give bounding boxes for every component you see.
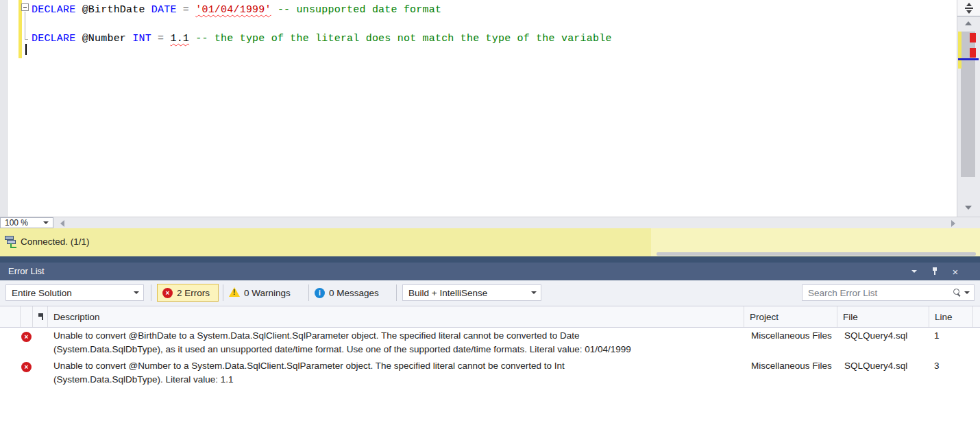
database-connected-icon	[5, 236, 17, 247]
code-line[interactable]	[32, 46, 612, 60]
spacer-column-header	[21, 306, 33, 327]
messages-filter-button[interactable]: i 0 Messages	[315, 284, 379, 302]
code-token: DATE	[151, 4, 183, 16]
code-token: =	[183, 4, 195, 16]
scrollbar-error-annotation	[970, 48, 976, 58]
scope-filter-value: Entire Solution	[6, 288, 134, 298]
severity-column-header[interactable]	[0, 306, 21, 327]
description-line: Unable to convert @Number to a System.Da…	[53, 359, 744, 373]
editor-zoom-select[interactable]: 100 %	[0, 217, 53, 228]
code-lines[interactable]: DECLARE @BirthDate DATE = '01/04/1999' -…	[32, 3, 612, 60]
close-icon[interactable]: ×	[950, 263, 961, 280]
description-cell[interactable]: Unable to convert @Number to a System.Da…	[48, 358, 744, 387]
warning-triangle-icon	[229, 287, 240, 297]
error-rows: ×Unable to convert @BirthDate to a Syste…	[0, 328, 980, 388]
project-cell: Miscellaneous Files	[744, 358, 837, 373]
search-error-list-box[interactable]	[802, 284, 975, 301]
toolbar-separator	[396, 284, 397, 301]
sql-editor[interactable]: DECLARE @BirthDate DATE = '01/04/1999' -…	[0, 0, 980, 217]
error-row[interactable]: ×Unable to convert @BirthDate to a Syste…	[0, 328, 980, 358]
code-token: @BirthDate	[82, 4, 151, 16]
code-token: -- unsupported date format	[278, 4, 441, 16]
file-column-header[interactable]: File	[837, 306, 929, 327]
warnings-filter-button[interactable]: 0 Warnings	[229, 284, 291, 302]
fold-guide-line	[25, 12, 25, 40]
messages-count-label: 0 Messages	[329, 288, 379, 298]
code-token: =	[158, 33, 170, 45]
description-cell[interactable]: Unable to convert @BirthDate to a System…	[48, 328, 744, 356]
scrollbar-error-annotation	[970, 33, 976, 42]
scroll-down-icon[interactable]	[965, 206, 972, 210]
description-line: (System.Data.SqlDbType). Literal value: …	[53, 373, 744, 387]
window-position-icon[interactable]	[909, 263, 920, 280]
search-input[interactable]	[803, 288, 952, 298]
scroll-right-icon[interactable]	[951, 220, 955, 227]
pin-icon[interactable]	[929, 263, 940, 280]
code-token: INT	[132, 33, 158, 45]
panel-title: Error List	[8, 266, 45, 276]
error-list-toolbar: Entire Solution × 2 Errors 0 Warnings i …	[0, 280, 980, 306]
splitter-handle-icon[interactable]	[957, 0, 980, 16]
severity-cell: ×	[0, 328, 48, 343]
line-cell: 1	[929, 328, 973, 343]
connection-status-text: Connected. (1/1)	[21, 236, 90, 247]
fold-guide-tick	[25, 39, 28, 40]
code-token: '01/04/1999'	[195, 4, 271, 16]
code-token: DECLARE	[32, 4, 82, 16]
chevron-down-icon	[134, 291, 139, 294]
horizontal-scrollbar[interactable]: 100 %	[0, 217, 980, 228]
error-list-column-headers: Description Project File Line	[0, 306, 980, 328]
code-line[interactable]	[32, 17, 612, 32]
error-list-title-bar[interactable]: Error List ×	[0, 263, 980, 280]
warnings-count-label: 0 Warnings	[244, 288, 291, 298]
code-token	[189, 33, 195, 45]
error-row[interactable]: ×Unable to convert @Number to a System.D…	[0, 358, 980, 388]
scrollbar-change-annotation	[958, 32, 961, 69]
description-column-header[interactable]: Description	[48, 306, 744, 327]
errors-count-label: 2 Errors	[177, 288, 210, 298]
breakpoint-gutter[interactable]	[0, 0, 8, 217]
chevron-down-icon	[43, 221, 49, 224]
code-token: -- the type of the literal does not matc…	[195, 33, 611, 45]
description-line: (System.Data.SqlDbType), as it used an u…	[53, 343, 744, 356]
scroll-left-icon[interactable]	[60, 220, 64, 227]
collapse-region-icon[interactable]	[21, 3, 29, 11]
code-line[interactable]: DECLARE @Number INT = 1.1 -- the type of…	[32, 32, 612, 46]
code-line[interactable]: DECLARE @BirthDate DATE = '01/04/1999' -…	[32, 3, 612, 17]
category-column-header[interactable]	[33, 306, 48, 327]
project-cell: Miscellaneous Files	[744, 328, 837, 343]
toolbar-separator	[151, 284, 151, 301]
file-cell: SQLQuery4.sql	[837, 328, 929, 343]
status-bar-strip	[657, 252, 976, 256]
code-token: @Number	[82, 33, 133, 45]
filler-column-header	[973, 306, 980, 327]
info-circle-icon: i	[315, 288, 325, 298]
source-filter-value: Build + IntelliSense	[403, 288, 531, 298]
chevron-down-icon	[531, 291, 537, 294]
toolbar-separator	[223, 284, 223, 301]
project-column-header[interactable]: Project	[744, 306, 837, 327]
line-cell: 3	[929, 358, 973, 373]
connection-status-bar: Connected. (1/1)	[0, 228, 980, 256]
scope-filter-select[interactable]: Entire Solution	[5, 284, 144, 301]
source-filter-select[interactable]: Build + IntelliSense	[402, 284, 541, 301]
panel-divider	[0, 256, 980, 263]
error-circle-icon: ×	[21, 362, 32, 372]
search-icon[interactable]	[952, 287, 963, 298]
file-cell: SQLQuery4.sql	[837, 358, 929, 373]
severity-cell: ×	[0, 358, 48, 374]
code-token	[271, 4, 278, 16]
zoom-level-value: 100 %	[1, 218, 43, 228]
error-circle-icon: ×	[21, 332, 32, 342]
chevron-down-icon[interactable]	[964, 291, 970, 294]
code-token: DECLARE	[32, 33, 82, 45]
text-caret	[25, 44, 27, 55]
code-token: 1.1	[170, 33, 189, 45]
error-circle-icon: ×	[162, 288, 173, 298]
vertical-scrollbar[interactable]	[957, 0, 980, 217]
line-column-header[interactable]: Line	[929, 306, 973, 327]
errors-filter-button[interactable]: × 2 Errors	[157, 284, 219, 302]
category-column-icon	[38, 313, 43, 320]
scrollbar-caret-annotation	[958, 58, 979, 60]
scroll-up-icon[interactable]	[965, 21, 972, 25]
